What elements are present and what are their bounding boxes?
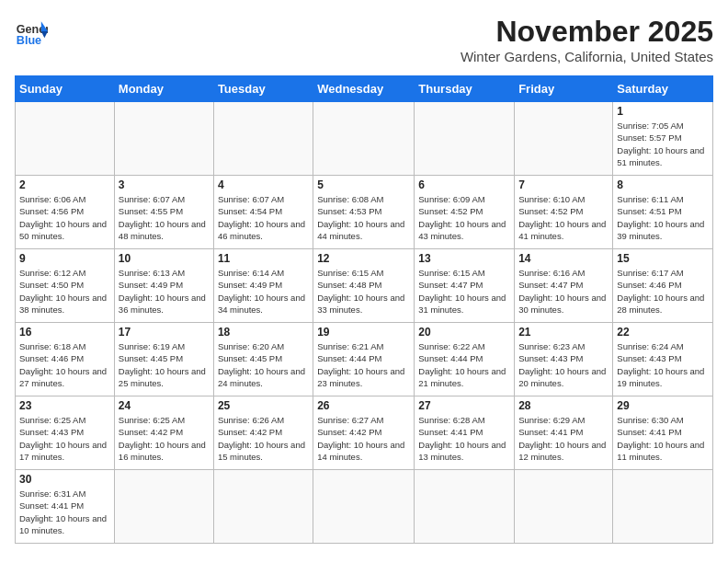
weekday-header-saturday: Saturday	[613, 76, 713, 102]
calendar-cell: 27Sunrise: 6:28 AM Sunset: 4:41 PM Dayli…	[415, 396, 515, 470]
day-info: Sunrise: 6:10 AM Sunset: 4:52 PM Dayligh…	[518, 193, 609, 242]
day-number: 7	[518, 178, 609, 191]
calendar-cell: 22Sunrise: 6:24 AM Sunset: 4:43 PM Dayli…	[613, 323, 713, 396]
calendar-cell: 8Sunrise: 6:11 AM Sunset: 4:51 PM Daylig…	[613, 176, 713, 249]
day-number: 8	[617, 178, 709, 191]
weekday-header-wednesday: Wednesday	[313, 76, 415, 102]
day-number: 6	[418, 178, 510, 191]
day-number: 30	[19, 473, 110, 486]
calendar-cell	[415, 470, 515, 544]
day-info: Sunrise: 6:07 AM Sunset: 4:54 PM Dayligh…	[218, 193, 309, 242]
calendar-cell: 1Sunrise: 7:05 AM Sunset: 5:57 PM Daylig…	[613, 102, 713, 176]
calendar-cell: 17Sunrise: 6:19 AM Sunset: 4:45 PM Dayli…	[114, 323, 213, 396]
day-info: Sunrise: 6:20 AM Sunset: 4:45 PM Dayligh…	[218, 340, 309, 389]
page-header: General Blue November 2025 Winter Garden…	[15, 15, 713, 64]
location-title: Winter Gardens, California, United State…	[461, 49, 713, 64]
day-info: Sunrise: 6:15 AM Sunset: 4:47 PM Dayligh…	[418, 267, 510, 316]
day-info: Sunrise: 6:18 AM Sunset: 4:46 PM Dayligh…	[19, 340, 110, 389]
day-number: 29	[617, 399, 709, 412]
day-number: 18	[218, 326, 309, 339]
calendar-cell: 20Sunrise: 6:22 AM Sunset: 4:44 PM Dayli…	[415, 323, 515, 396]
weekday-header-tuesday: Tuesday	[213, 76, 313, 102]
calendar-cell: 12Sunrise: 6:15 AM Sunset: 4:48 PM Dayli…	[313, 249, 415, 323]
day-number: 1	[617, 105, 709, 118]
day-number: 24	[119, 399, 210, 412]
calendar-cell	[16, 102, 115, 176]
day-info: Sunrise: 6:13 AM Sunset: 4:49 PM Dayligh…	[119, 267, 210, 316]
weekday-header-monday: Monday	[114, 76, 213, 102]
calendar-cell: 15Sunrise: 6:17 AM Sunset: 4:46 PM Dayli…	[613, 249, 713, 323]
calendar-cell: 6Sunrise: 6:09 AM Sunset: 4:52 PM Daylig…	[415, 176, 515, 249]
day-number: 20	[418, 326, 510, 339]
calendar-cell: 26Sunrise: 6:27 AM Sunset: 4:42 PM Dayli…	[313, 396, 415, 470]
day-info: Sunrise: 6:14 AM Sunset: 4:49 PM Dayligh…	[218, 267, 309, 316]
day-number: 27	[418, 399, 510, 412]
calendar-cell: 9Sunrise: 6:12 AM Sunset: 4:50 PM Daylig…	[16, 249, 115, 323]
calendar-cell	[515, 102, 613, 176]
calendar-cell: 23Sunrise: 6:25 AM Sunset: 4:43 PM Dayli…	[16, 396, 115, 470]
calendar-cell: 19Sunrise: 6:21 AM Sunset: 4:44 PM Dayli…	[313, 323, 415, 396]
calendar-cell: 4Sunrise: 6:07 AM Sunset: 4:54 PM Daylig…	[213, 176, 313, 249]
calendar-cell: 28Sunrise: 6:29 AM Sunset: 4:41 PM Dayli…	[515, 396, 613, 470]
day-info: Sunrise: 7:05 AM Sunset: 5:57 PM Dayligh…	[617, 120, 709, 168]
calendar-cell	[114, 470, 213, 544]
calendar-cell: 14Sunrise: 6:16 AM Sunset: 4:47 PM Dayli…	[515, 249, 613, 323]
day-number: 15	[617, 252, 709, 265]
day-number: 22	[617, 326, 709, 339]
day-number: 12	[317, 252, 410, 265]
day-number: 16	[19, 326, 110, 339]
day-info: Sunrise: 6:27 AM Sunset: 4:42 PM Dayligh…	[317, 414, 410, 463]
calendar-cell: 30Sunrise: 6:31 AM Sunset: 4:41 PM Dayli…	[16, 470, 115, 544]
day-info: Sunrise: 6:31 AM Sunset: 4:41 PM Dayligh…	[19, 488, 110, 536]
calendar-cell	[313, 102, 415, 176]
calendar-cell: 13Sunrise: 6:15 AM Sunset: 4:47 PM Dayli…	[415, 249, 515, 323]
calendar-cell: 11Sunrise: 6:14 AM Sunset: 4:49 PM Dayli…	[213, 249, 313, 323]
day-number: 23	[19, 399, 110, 412]
calendar-week-row: 16Sunrise: 6:18 AM Sunset: 4:46 PM Dayli…	[16, 323, 713, 396]
day-info: Sunrise: 6:25 AM Sunset: 4:42 PM Dayligh…	[119, 414, 210, 463]
calendar-cell	[313, 470, 415, 544]
calendar-table: SundayMondayTuesdayWednesdayThursdayFrid…	[15, 75, 713, 544]
calendar-cell: 3Sunrise: 6:07 AM Sunset: 4:55 PM Daylig…	[114, 176, 213, 249]
title-block: November 2025 Winter Gardens, California…	[461, 15, 713, 64]
day-number: 5	[317, 178, 410, 191]
day-info: Sunrise: 6:25 AM Sunset: 4:43 PM Dayligh…	[19, 414, 110, 463]
day-info: Sunrise: 6:26 AM Sunset: 4:42 PM Dayligh…	[218, 414, 309, 463]
calendar-cell	[114, 102, 213, 176]
weekday-header-row: SundayMondayTuesdayWednesdayThursdayFrid…	[16, 76, 713, 102]
day-number: 13	[418, 252, 510, 265]
calendar-cell: 21Sunrise: 6:23 AM Sunset: 4:43 PM Dayli…	[515, 323, 613, 396]
calendar-cell	[415, 102, 515, 176]
day-info: Sunrise: 6:23 AM Sunset: 4:43 PM Dayligh…	[518, 340, 609, 389]
day-number: 2	[19, 178, 110, 191]
day-info: Sunrise: 6:11 AM Sunset: 4:51 PM Dayligh…	[617, 193, 709, 242]
logo: General Blue	[15, 15, 48, 48]
logo-icon: General Blue	[15, 15, 48, 48]
calendar-week-row: 1Sunrise: 7:05 AM Sunset: 5:57 PM Daylig…	[16, 102, 713, 176]
calendar-week-row: 23Sunrise: 6:25 AM Sunset: 4:43 PM Dayli…	[16, 396, 713, 470]
calendar-cell	[213, 470, 313, 544]
calendar-week-row: 30Sunrise: 6:31 AM Sunset: 4:41 PM Dayli…	[16, 470, 713, 544]
day-number: 11	[218, 252, 309, 265]
day-info: Sunrise: 6:16 AM Sunset: 4:47 PM Dayligh…	[518, 267, 609, 316]
day-number: 3	[119, 178, 210, 191]
calendar-cell: 29Sunrise: 6:30 AM Sunset: 4:41 PM Dayli…	[613, 396, 713, 470]
day-info: Sunrise: 6:08 AM Sunset: 4:53 PM Dayligh…	[317, 193, 410, 242]
calendar-cell: 16Sunrise: 6:18 AM Sunset: 4:46 PM Dayli…	[16, 323, 115, 396]
calendar-cell: 24Sunrise: 6:25 AM Sunset: 4:42 PM Dayli…	[114, 396, 213, 470]
weekday-header-sunday: Sunday	[16, 76, 115, 102]
calendar-body: 1Sunrise: 7:05 AM Sunset: 5:57 PM Daylig…	[16, 102, 713, 544]
calendar-cell	[613, 470, 713, 544]
calendar-cell: 18Sunrise: 6:20 AM Sunset: 4:45 PM Dayli…	[213, 323, 313, 396]
day-number: 14	[518, 252, 609, 265]
day-number: 26	[317, 399, 410, 412]
day-info: Sunrise: 6:06 AM Sunset: 4:56 PM Dayligh…	[19, 193, 110, 242]
day-info: Sunrise: 6:22 AM Sunset: 4:44 PM Dayligh…	[418, 340, 510, 389]
calendar-cell: 7Sunrise: 6:10 AM Sunset: 4:52 PM Daylig…	[515, 176, 613, 249]
day-number: 9	[19, 252, 110, 265]
calendar-cell	[515, 470, 613, 544]
day-info: Sunrise: 6:19 AM Sunset: 4:45 PM Dayligh…	[119, 340, 210, 389]
day-info: Sunrise: 6:30 AM Sunset: 4:41 PM Dayligh…	[617, 414, 709, 463]
calendar-cell	[213, 102, 313, 176]
calendar-cell: 10Sunrise: 6:13 AM Sunset: 4:49 PM Dayli…	[114, 249, 213, 323]
